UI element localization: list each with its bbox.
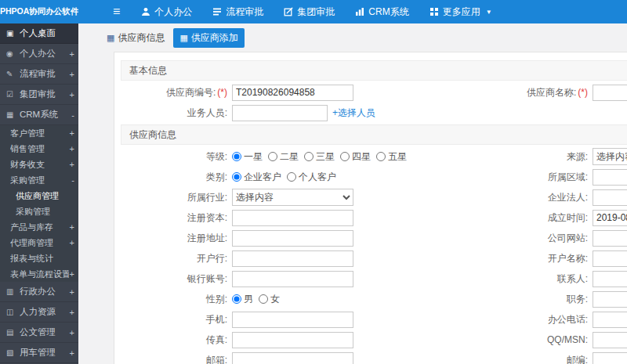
select-person-link[interactable]: +选择人员 (332, 106, 375, 120)
radio-label: 五星 (388, 150, 407, 164)
field-input[interactable] (593, 230, 627, 247)
sidebar-item-14[interactable]: 表单与流程设置+ (0, 266, 78, 282)
section-header: 基本信息 (121, 60, 627, 81)
sidebar-item-0[interactable]: ▣个人桌面 (0, 23, 78, 44)
tab-supplier-add[interactable]: ▦ 供应商添加 (173, 28, 244, 48)
field-select[interactable]: 选择内容 (232, 189, 353, 206)
radio-option[interactable]: 一星 (232, 150, 263, 164)
table-icon: ▦ (107, 33, 114, 43)
expand-icon[interactable]: + (69, 348, 74, 358)
sidebar-item-11[interactable]: 产品与库存+ (0, 219, 78, 235)
field-input[interactable] (593, 250, 627, 267)
nav-process-approval[interactable]: 流程审批 (202, 0, 274, 23)
radio-option[interactable]: 女 (259, 293, 280, 306)
radio-input[interactable] (340, 152, 350, 161)
expand-icon[interactable]: + (69, 308, 74, 317)
radio-input[interactable] (268, 152, 277, 161)
field-input[interactable] (593, 332, 627, 348)
sidebar-item-7[interactable]: 财务收支+ (0, 157, 78, 172)
sidebar-item-9[interactable]: 供应商管理 (0, 188, 78, 204)
field-input[interactable] (232, 210, 353, 226)
sidebar-item-18[interactable]: ▧用车管理+ (0, 343, 78, 363)
nav-more-apps[interactable]: 更多应用 ▼ (419, 0, 502, 23)
person-icon (141, 7, 150, 16)
expand-icon[interactable]: + (69, 287, 74, 297)
sidebar-item-13[interactable]: 报表与统计 (0, 250, 78, 266)
hamburger-icon[interactable]: ≡ (113, 5, 120, 18)
sidebar-item-1[interactable]: ◉个人办公+ (0, 44, 78, 64)
field-input[interactable] (232, 85, 353, 101)
sidebar-item-8[interactable]: 采购管理- (0, 172, 78, 188)
radio-input[interactable] (259, 294, 268, 304)
field-input[interactable] (232, 332, 353, 348)
form-cell: 联系人: (477, 268, 627, 289)
radio-option[interactable]: 四星 (340, 150, 371, 164)
radio-option[interactable]: 三星 (304, 150, 335, 164)
sidebar-item-4[interactable]: ▦CRM系统- (0, 105, 78, 125)
field-input[interactable] (593, 189, 627, 206)
radio-input[interactable] (287, 172, 296, 182)
sidebar-item-17[interactable]: ▤公文管理+ (0, 323, 78, 343)
nav-crm-system[interactable]: CRM系统 (345, 0, 419, 23)
sidebar-item-6[interactable]: 销售管理+ (0, 141, 78, 157)
field-input[interactable] (593, 312, 627, 328)
expand-icon[interactable]: + (69, 70, 74, 79)
field-input[interactable] (232, 271, 353, 287)
expand-icon[interactable]: + (69, 90, 74, 99)
expand-icon[interactable]: + (69, 238, 74, 247)
required-marker: (*) (217, 87, 227, 98)
field-input[interactable] (593, 271, 627, 287)
radio-option[interactable]: 男 (232, 293, 253, 306)
field-input[interactable] (232, 230, 353, 247)
collapse-icon[interactable]: - (71, 175, 74, 185)
field-input[interactable] (232, 250, 353, 267)
field-label: 手机: (114, 313, 232, 326)
expand-icon[interactable]: + (69, 222, 74, 232)
expand-icon[interactable]: + (69, 49, 74, 59)
field-input[interactable] (593, 85, 627, 101)
field-input[interactable] (593, 169, 627, 186)
field-input[interactable] (593, 352, 627, 364)
sidebar-item-16[interactable]: ◫人力资源+ (0, 302, 78, 323)
collapse-icon[interactable]: - (71, 110, 74, 120)
sidebar-item-10[interactable]: 采购管理 (0, 204, 78, 219)
sidebar-item-label: 流程审批 (20, 68, 69, 80)
field-input[interactable] (593, 210, 627, 226)
radio-input[interactable] (232, 294, 241, 304)
radio-option[interactable]: 五星 (376, 150, 407, 164)
radio-input[interactable] (304, 152, 314, 161)
field-input[interactable] (232, 352, 353, 364)
radio-option[interactable]: 二星 (268, 150, 299, 164)
nav-group-approval[interactable]: 集团审批 (274, 0, 345, 23)
field-label: 公司网站: (477, 232, 593, 245)
app: { "colors": { "accent": "#1b85d8", "side… (0, 0, 627, 364)
radio-option[interactable]: 企业客户 (232, 171, 281, 184)
expand-icon[interactable]: + (69, 269, 74, 279)
nav-personal-office[interactable]: 个人办公 (131, 0, 202, 23)
radio-input[interactable] (232, 152, 241, 161)
field-label: 业务人员: (114, 106, 232, 120)
field-select[interactable]: 选择内容 (593, 148, 627, 165)
sidebar-item-label: 个人桌面 (20, 27, 74, 39)
field-input[interactable] (232, 105, 328, 121)
sidebar-item-15[interactable]: ▥行政办公+ (0, 282, 78, 302)
field-input[interactable] (232, 312, 353, 328)
field-label: 所属行业: (114, 191, 232, 204)
topbar-nav: 个人办公 流程审批 集团审批 CRM系统 更多应用 ▼ (131, 0, 502, 23)
radio-input[interactable] (376, 152, 386, 161)
sidebar-item-12[interactable]: 代理商管理+ (0, 235, 78, 250)
field-input[interactable] (593, 291, 627, 308)
chart-icon: ▦ (6, 110, 16, 119)
sidebar-item-2[interactable]: ✎流程审批+ (0, 64, 78, 85)
expand-icon[interactable]: + (69, 128, 74, 138)
expand-icon[interactable]: + (69, 328, 74, 337)
app-logo[interactable]: PHPOA协同办公软件 (0, 6, 78, 17)
tab-supplier-info[interactable]: ▦ 供应商信息 (100, 28, 171, 48)
radio-input[interactable] (232, 172, 241, 182)
form-cell: 开户行: (114, 248, 477, 268)
radio-option[interactable]: 个人客户 (287, 171, 336, 184)
expand-icon[interactable]: + (69, 144, 74, 153)
expand-icon[interactable]: + (69, 160, 74, 169)
sidebar-item-5[interactable]: 客户管理+ (0, 125, 78, 141)
sidebar-item-3[interactable]: ☑集团审批+ (0, 85, 78, 105)
